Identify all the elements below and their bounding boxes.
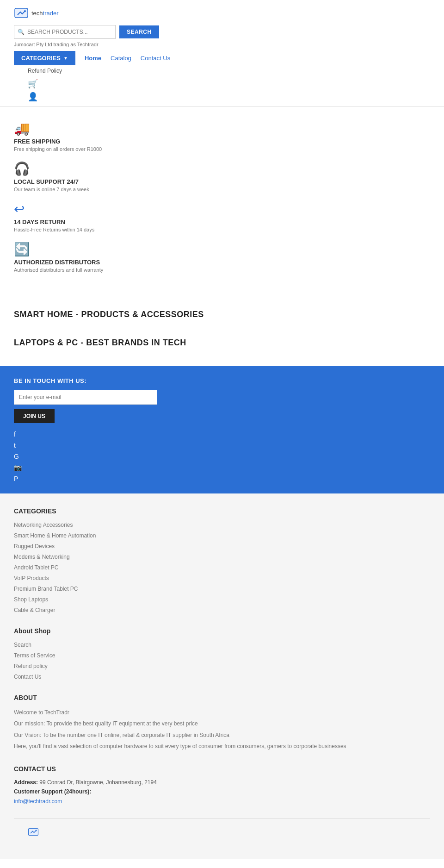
- category-link[interactable]: Android Tablet PC: [14, 564, 59, 571]
- pinterest-link[interactable]: P: [14, 475, 430, 482]
- list-item: Terms of Service: [14, 652, 430, 659]
- logo-icon: [14, 6, 29, 20]
- facebook-link[interactable]: f: [14, 431, 430, 438]
- join-us-button[interactable]: JOIN US: [14, 409, 55, 423]
- feature-return: ↩ 14 DAYS RETURN Hassle-Free Returns wit…: [14, 201, 430, 232]
- newsletter-section: BE IN TOUCH WITH US: JOIN US f t G 📷 P: [0, 366, 444, 493]
- categories-button[interactable]: CATEGORIES ▼: [14, 51, 75, 65]
- feature-distributors: 🔄 AUTHORIZED DISTRIBUTORS Authorised dis…: [14, 242, 430, 273]
- logo-text: techtrader: [31, 10, 59, 17]
- list-item: Rugged Devices: [14, 543, 430, 550]
- return-desc: Hassle-Free Returns within 14 days: [14, 227, 430, 232]
- header: techtrader 🔍 SEARCH Jumocart Pty Ltd tra…: [0, 0, 444, 106]
- laptops-heading: LAPTOPS & PC - BEST BRANDS IN TECH: [0, 329, 444, 366]
- google-link[interactable]: G: [14, 453, 430, 460]
- footer-categories-title: CATEGORIES: [14, 507, 430, 515]
- newsletter-email-input[interactable]: [14, 390, 157, 405]
- nav-links: Home Catalog Contact Us: [75, 55, 170, 62]
- bottom-bar: [14, 818, 430, 845]
- shipping-title: FREE SHIPPING: [14, 138, 430, 145]
- nav-contact[interactable]: Contact Us: [141, 55, 170, 62]
- about-shop-tos-link[interactable]: Terms of Service: [14, 652, 55, 659]
- about-shop-search-link[interactable]: Search: [14, 642, 31, 648]
- about-shop-contact-link[interactable]: Contact Us: [14, 674, 41, 680]
- list-item: Cable & Charger: [14, 606, 430, 613]
- search-input-wrap: 🔍: [14, 25, 116, 39]
- footer-about-section: ABOUT Welcome to TechTradr Our mission: …: [14, 694, 430, 751]
- customer-support-label: Customer Support (24hours):: [14, 788, 430, 795]
- footer-about-title: ABOUT: [14, 694, 430, 701]
- support-icon: 🎧: [14, 161, 430, 176]
- footer-categories-list: Networking Accessories Smart Home & Home…: [14, 521, 430, 613]
- category-link[interactable]: Modems & Networking: [14, 554, 70, 560]
- user-icon[interactable]: 👤: [28, 92, 416, 102]
- icon-bar: 🛒 👤: [14, 74, 430, 106]
- footer-contact-section: CONTACT US Address: 99 Conrad Dr, Blairg…: [14, 765, 430, 805]
- search-input[interactable]: [14, 25, 116, 39]
- footer-categories-section: CATEGORIES Networking Accessories Smart …: [14, 507, 430, 613]
- return-icon: ↩: [14, 201, 430, 217]
- bottom-logo-icon: [28, 826, 39, 837]
- address-value: 99 Conrad Dr, Blairgowne, Johannesburg, …: [39, 779, 157, 786]
- support-title: LOCAL SUPPORT 24/7: [14, 178, 430, 185]
- footer-about-text: Welcome to TechTradr Our mission: To pro…: [14, 708, 430, 751]
- cart-icon[interactable]: 🛒: [28, 79, 416, 89]
- logo-area: techtrader: [14, 6, 430, 20]
- footer-about-shop-title: About Shop: [14, 627, 430, 635]
- about-shop-refund-link[interactable]: Refund policy: [14, 663, 48, 669]
- smart-home-heading: SMART HOME - PRODUCTS & ACCESSORIES: [0, 291, 444, 329]
- category-link[interactable]: Premium Brand Tablet PC: [14, 586, 78, 592]
- refund-policy-link[interactable]: Refund Policy: [28, 68, 62, 74]
- shipping-desc: Free shipping on all orders over R1000: [14, 146, 430, 152]
- category-link[interactable]: Networking Accessories: [14, 522, 73, 528]
- bottom-logo: [28, 826, 39, 837]
- list-item: Refund policy: [14, 662, 430, 669]
- category-link[interactable]: Shop Laptops: [14, 596, 48, 603]
- return-title: 14 DAYS RETURN: [14, 219, 430, 225]
- search-button[interactable]: SEARCH: [119, 25, 159, 38]
- list-item: Networking Accessories: [14, 521, 430, 528]
- contact-email-link[interactable]: info@techtradr.com: [14, 798, 62, 805]
- twitter-link[interactable]: t: [14, 442, 430, 449]
- footer: CATEGORIES Networking Accessories Smart …: [0, 493, 444, 859]
- list-item: Contact Us: [14, 673, 430, 680]
- footer-contact-title: CONTACT US: [14, 765, 430, 773]
- features-section: 🚚 FREE SHIPPING Free shipping on all ord…: [0, 112, 444, 291]
- newsletter-title: BE IN TOUCH WITH US:: [14, 377, 430, 384]
- distributor-title: AUTHORIZED DISTRIBUTORS: [14, 259, 430, 266]
- list-item: Premium Brand Tablet PC: [14, 585, 430, 592]
- nav-home[interactable]: Home: [85, 55, 101, 62]
- list-item: Android Tablet PC: [14, 564, 430, 571]
- social-links: f t G 📷 P: [14, 431, 430, 482]
- list-item: Smart Home & Home Automation: [14, 532, 430, 539]
- svg-point-3: [36, 830, 37, 831]
- instagram-link[interactable]: 📷: [14, 464, 430, 471]
- search-icon: 🔍: [18, 29, 25, 35]
- category-link[interactable]: Rugged Devices: [14, 543, 55, 550]
- shipping-icon: 🚚: [14, 121, 430, 136]
- feature-support: 🎧 LOCAL SUPPORT 24/7 Our team is online …: [14, 161, 430, 192]
- address-label: Address: 99 Conrad Dr, Blairgowne, Johan…: [14, 779, 430, 786]
- distributor-icon: 🔄: [14, 242, 430, 257]
- nav-catalog[interactable]: Catalog: [111, 55, 131, 62]
- list-item: Shop Laptops: [14, 596, 430, 603]
- footer-about-shop-list: Search Terms of Service Refund policy Co…: [14, 641, 430, 680]
- svg-point-1: [24, 10, 26, 12]
- list-item: Modems & Networking: [14, 553, 430, 560]
- search-bar: 🔍 SEARCH: [14, 25, 430, 39]
- chevron-down-icon: ▼: [63, 56, 68, 61]
- feature-shipping: 🚚 FREE SHIPPING Free shipping on all ord…: [14, 121, 430, 152]
- distributor-desc: Authorised distributors and full warrant…: [14, 267, 430, 273]
- category-link[interactable]: Cable & Charger: [14, 607, 55, 613]
- support-desc: Our team is online 7 days a week: [14, 187, 430, 192]
- category-link[interactable]: Smart Home & Home Automation: [14, 532, 96, 539]
- category-link[interactable]: VoIP Products: [14, 575, 49, 581]
- nav-bar: CATEGORIES ▼ Home Catalog Contact Us: [14, 51, 430, 65]
- list-item: VoIP Products: [14, 575, 430, 581]
- nav-secondary: Refund Policy: [14, 65, 430, 74]
- divider: [0, 106, 444, 107]
- company-name: Jumocart Pty Ltd trading as Techtradr: [14, 42, 430, 47]
- footer-about-shop-section: About Shop Search Terms of Service Refun…: [14, 627, 430, 680]
- list-item: Search: [14, 641, 430, 648]
